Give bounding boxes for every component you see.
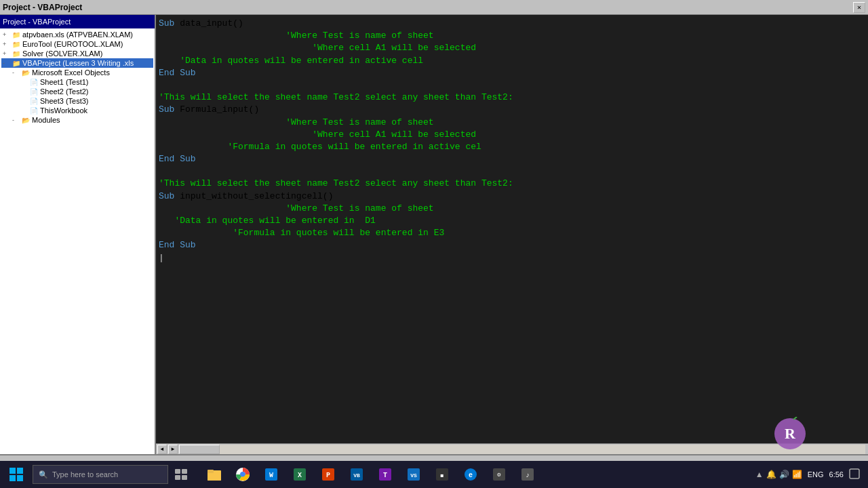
code-content: Sub data_input() 'Where Test is name of … (159, 18, 865, 264)
tree-label: EuroTool (EUROTOOL.XLAM) (22, 40, 123, 48)
expand-icon[interactable]: + (3, 31, 11, 38)
app-icon-7[interactable]: T (372, 462, 399, 487)
svg-text:T: T (383, 472, 387, 479)
tree-item-excel-objects[interactable]: -📂Microsoft Excel Objects (1, 68, 153, 77)
tree-item-sheet2[interactable]: 📄Sheet2 (Test2) (1, 87, 153, 96)
tray-icons: ▲ 🔔 🔊 📶 (755, 470, 802, 479)
project-explorer: Project - VBAProject +📁atpvbaen.xls (ATP… (0, 15, 156, 454)
svg-rect-7 (175, 469, 180, 474)
tree-label: Sheet1 (Test1) (40, 78, 89, 86)
taskbar: 🔍 Type here to search (0, 461, 868, 488)
tree-item-solver[interactable]: +📁Solver (SOLVER.XLAM) (1, 49, 153, 58)
tree-label: Sheet3 (Test3) (40, 97, 89, 105)
tree-node-icon: 📁 (12, 50, 20, 58)
app-icon-10[interactable]: e (457, 462, 484, 487)
scroll-right[interactable]: ► (168, 445, 178, 454)
tree-item-eurotool[interactable]: +📁EuroTool (EUROTOOL.XLAM) (1, 39, 153, 49)
horizontal-scrollbar[interactable]: ◄ ► (156, 443, 868, 454)
file-explorer-icon[interactable] (201, 462, 228, 487)
svg-text:e: e (469, 472, 473, 479)
tree-node-icon: 📁 (12, 31, 20, 39)
tree-node-icon: 📄 (30, 98, 38, 105)
svg-text:VS: VS (410, 472, 417, 479)
tree-label: atpvbaen.xls (ATPVBAEN.XLAM) (22, 30, 133, 39)
scroll-left[interactable]: ◄ (157, 445, 167, 454)
tray-icon-3: 🔊 (779, 470, 789, 479)
start-button[interactable] (3, 462, 30, 487)
tray-icon-2: 🔔 (766, 470, 776, 479)
scroll-track[interactable] (179, 445, 865, 454)
task-view-button[interactable] (168, 462, 195, 487)
app-icon-8[interactable]: VS (400, 462, 427, 487)
code-editor[interactable]: Sub data_input() 'Where Test is name of … (156, 15, 868, 443)
app-icon-6[interactable]: VB (343, 462, 370, 487)
main-layout: Project - VBAProject +📁atpvbaen.xls (ATP… (0, 15, 868, 454)
tree-view[interactable]: +📁atpvbaen.xls (ATPVBAEN.XLAM)+📁EuroTool… (0, 28, 155, 454)
taskbar-icons: W X P VB T (201, 462, 541, 487)
logo-watermark: R (773, 417, 807, 451)
chrome-icon[interactable] (229, 462, 256, 487)
expand-icon[interactable]: - (3, 60, 11, 66)
expand-icon[interactable]: + (3, 50, 11, 57)
tree-label: ThisWorkbook (40, 106, 87, 115)
tree-item-vbaproject[interactable]: -📁VBAProject (Lessen 3 Writing .xls (1, 58, 153, 68)
tree-label: VBAProject (Lessen 3 Writing .xls (22, 59, 134, 67)
tree-node-icon: 📄 (30, 88, 38, 96)
close-button[interactable]: ✕ (853, 2, 865, 13)
clock: 6:56 (829, 470, 844, 479)
svg-text:X: X (298, 472, 302, 479)
svg-text:VB: VB (353, 472, 360, 479)
scroll-thumb[interactable] (179, 445, 220, 454)
svg-rect-10 (182, 475, 187, 480)
tree-label: Solver (SOLVER.XLAM) (22, 49, 102, 58)
svg-rect-13 (208, 470, 214, 473)
svg-rect-9 (175, 475, 180, 480)
svg-text:⚙: ⚙ (496, 472, 501, 479)
tree-node-icon: 📂 (22, 117, 30, 124)
search-icon: 🔍 (39, 470, 48, 479)
search-bar[interactable]: 🔍 Type here to search (33, 465, 168, 484)
svg-rect-4 (17, 468, 23, 474)
svg-rect-5 (9, 475, 16, 481)
svg-rect-36 (850, 469, 859, 479)
language-indicator: ENG (808, 470, 824, 479)
tree-label: Microsoft Excel Objects (32, 68, 110, 77)
tray-icon-4: 📶 (792, 470, 802, 479)
scroll-arrows: ◄ ► (157, 445, 178, 454)
code-panel: Sub data_input() 'Where Test is name of … (156, 15, 868, 454)
search-placeholder: Type here to search (52, 470, 118, 479)
svg-text:♪: ♪ (526, 472, 530, 479)
svg-text:P: P (326, 472, 330, 479)
app-icon-9[interactable]: ◼ (429, 462, 456, 487)
svg-rect-8 (182, 469, 187, 474)
svg-text:R: R (785, 425, 796, 442)
tray-icon-1: ▲ (755, 470, 764, 479)
title-bar: Project - VBAProject ✕ (0, 0, 868, 15)
tree-label: Sheet2 (Test2) (40, 87, 89, 96)
tree-item-modules[interactable]: -📂Modules (1, 115, 153, 125)
app-icon-11[interactable]: ⚙ (486, 462, 513, 487)
tree-item-sheet1[interactable]: 📄Sheet1 (Test1) (1, 77, 153, 87)
tree-item-sheet3[interactable]: 📄Sheet3 (Test3) (1, 96, 153, 106)
expand-icon[interactable]: + (3, 41, 11, 47)
expand-icon[interactable]: - (12, 117, 20, 123)
svg-rect-3 (9, 468, 16, 474)
app-icon-3[interactable]: W (258, 462, 285, 487)
tree-node-icon: 📂 (22, 69, 30, 77)
expand-icon[interactable]: - (12, 69, 20, 76)
title-text: Project - VBAProject (3, 3, 82, 12)
app-icon-12[interactable]: ♪ (514, 462, 541, 487)
tree-node-icon: 📄 (30, 79, 38, 86)
app-icon-5[interactable]: P (315, 462, 342, 487)
app-icon-4[interactable]: X (286, 462, 313, 487)
system-tray: ▲ 🔔 🔊 📶 ENG 6:56 (755, 468, 865, 481)
tree-node-icon: 📁 (12, 60, 20, 67)
tree-node-icon: 📄 (30, 107, 38, 115)
panel-title: Project - VBAProject (0, 15, 155, 28)
svg-text:W: W (269, 472, 273, 479)
tree-item-thisworkbook[interactable]: 📄ThisWorkbook (1, 106, 153, 115)
svg-rect-6 (17, 475, 23, 481)
notification-center[interactable] (849, 468, 860, 481)
tree-item-atpvbaen[interactable]: +📁atpvbaen.xls (ATPVBAEN.XLAM) (1, 30, 153, 39)
tree-label: Modules (32, 116, 60, 124)
